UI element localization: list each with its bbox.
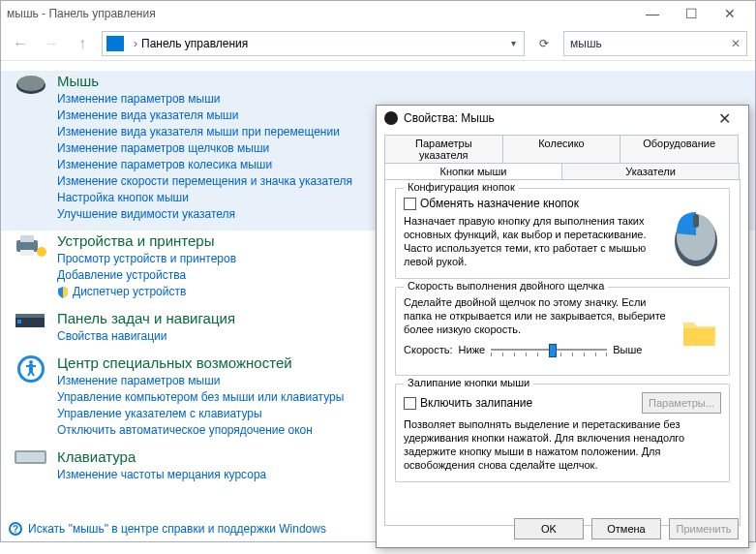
tab-buttons[interactable]: Кнопки мыши — [384, 163, 562, 179]
slow-label: Ниже — [459, 344, 486, 355]
up-button[interactable]: ↑ — [71, 32, 94, 55]
chevron-right-icon: › — [134, 37, 137, 50]
chevron-down-icon[interactable]: ▾ — [511, 38, 516, 48]
tab-pointers[interactable]: Указатели — [561, 163, 740, 179]
clicklock-params-button[interactable]: Параметры... — [642, 392, 721, 414]
back-button[interactable]: ← — [9, 32, 32, 55]
svg-rect-17 — [693, 214, 699, 228]
mouse-illustration — [671, 202, 721, 268]
svg-rect-8 — [17, 320, 21, 323]
tab-pointer-options[interactable]: Параметры указателя — [384, 135, 503, 163]
accessibility-icon — [13, 354, 49, 385]
dialog-title: Свойства: Мышь — [404, 111, 495, 125]
tab-panel-buttons: Конфигурация кнопок Обменять назначение … — [384, 179, 741, 526]
category-title[interactable]: Мышь — [57, 73, 743, 89]
navbar: ← → ↑ › Панель управления ▾ ⟳ мышь ✕ — [1, 26, 755, 61]
cancel-button[interactable]: Отмена — [591, 518, 661, 539]
help-text: Искать "мышь" в центре справки и поддерж… — [28, 522, 326, 536]
group-title: Залипание кнопки мыши — [404, 377, 533, 388]
swap-buttons-checkbox[interactable] — [404, 198, 416, 210]
clear-search-icon[interactable]: ✕ — [731, 37, 741, 50]
window-title: мышь - Панель управления — [7, 7, 156, 20]
svg-point-1 — [17, 76, 45, 91]
dblclick-desc: Сделайте двойной щелчок по этому значку.… — [404, 295, 671, 336]
doubleclick-speed-slider[interactable] — [491, 340, 607, 359]
maximize-button[interactable]: ☐ — [672, 2, 711, 25]
tab-hardware[interactable]: Оборудование — [620, 135, 739, 163]
breadcrumb[interactable]: Панель управления — [141, 37, 248, 50]
svg-rect-7 — [15, 314, 45, 318]
titlebar: мышь - Панель управления — ☐ ✕ — [1, 1, 755, 26]
search-input[interactable]: мышь ✕ — [563, 31, 747, 56]
link-label: Диспетчер устройств — [73, 284, 186, 300]
minimize-button[interactable]: — — [633, 2, 672, 25]
help-icon: ? — [9, 522, 22, 536]
forward-button[interactable]: → — [40, 32, 63, 55]
dialog-button-row: OK Отмена Применить — [514, 518, 739, 539]
speed-label: Скорость: — [404, 344, 453, 355]
mouse-small-icon — [384, 111, 398, 125]
keyboard-icon — [13, 448, 49, 479]
refresh-button[interactable]: ⟳ — [532, 37, 556, 50]
dialog-titlebar: Свойства: Мышь ✕ — [377, 106, 748, 131]
apply-button[interactable]: Применить — [669, 518, 739, 539]
tab-wheel[interactable]: Колесико — [502, 135, 621, 163]
svg-rect-3 — [20, 235, 34, 242]
taskbar-icon — [13, 310, 49, 341]
shield-icon — [57, 287, 69, 298]
clicklock-label: Включить залипание — [420, 396, 532, 410]
close-button[interactable]: ✕ — [711, 2, 749, 25]
mouse-properties-dialog: Свойства: Мышь ✕ Параметры указателя Кол… — [376, 105, 749, 548]
search-value: мышь — [570, 37, 602, 50]
swap-buttons-label: Обменять назначение кнопок — [420, 197, 579, 210]
ok-button[interactable]: OK — [514, 518, 584, 539]
svg-rect-4 — [20, 250, 34, 256]
svg-point-5 — [37, 247, 46, 257]
fast-label: Выше — [613, 344, 642, 355]
clicklock-desc: Позволяет выполнять выделение и перетаск… — [404, 417, 721, 472]
swap-buttons-desc: Назначает правую кнопку для выполнения т… — [404, 214, 661, 268]
mouse-icon — [13, 73, 49, 104]
dialog-close-button[interactable]: ✕ — [708, 108, 741, 129]
help-footer[interactable]: ? Искать "мышь" в центре справки и подде… — [9, 522, 326, 536]
tab-strip: Параметры указателя Колесико Оборудовани… — [377, 131, 748, 179]
group-title: Скорость выполнения двойного щелчка — [404, 280, 608, 292]
group-title: Конфигурация кнопок — [404, 181, 519, 193]
group-doubleclick: Скорость выполнения двойного щелчка Сдел… — [395, 287, 730, 376]
breadcrumb-bar[interactable]: › Панель управления ▾ — [102, 31, 525, 56]
group-button-config: Конфигурация кнопок Обменять назначение … — [395, 188, 730, 279]
clicklock-checkbox[interactable] — [404, 397, 416, 410]
control-panel-icon — [106, 36, 124, 51]
folder-icon[interactable] — [680, 315, 719, 350]
svg-point-11 — [29, 360, 33, 364]
printer-icon — [13, 232, 49, 263]
group-clicklock: Залипание кнопки мыши Включить залипание… — [395, 384, 730, 482]
svg-rect-14 — [16, 452, 45, 462]
